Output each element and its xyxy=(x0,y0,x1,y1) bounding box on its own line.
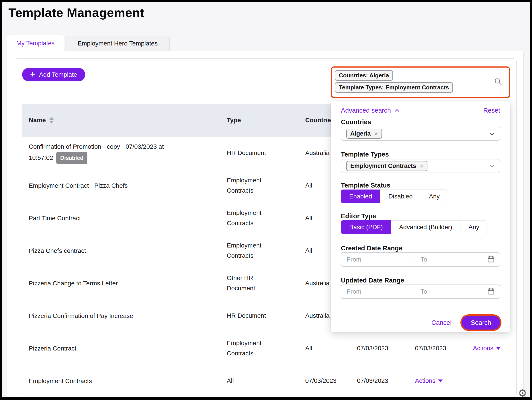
column-header-name[interactable]: Name xyxy=(29,117,227,124)
status-option-any[interactable]: Any xyxy=(421,190,448,203)
template-name: Pizza Chefs contract xyxy=(29,246,183,256)
status-badge: Disabled xyxy=(56,152,87,164)
template-type: HR Document xyxy=(227,148,283,158)
updated-date-range-label: Updated Date Range xyxy=(341,276,500,284)
created-to-field[interactable] xyxy=(420,256,467,263)
template-countries: All xyxy=(305,345,357,352)
countries-label: Countries xyxy=(341,118,500,126)
template-types-label: Template Types xyxy=(341,151,500,158)
template-type: HR Document xyxy=(227,311,283,321)
tab-my-templates-label: My Templates xyxy=(16,40,55,47)
template-types-select[interactable]: Employment Contracts × xyxy=(341,159,500,173)
remove-country-icon[interactable]: × xyxy=(374,131,378,137)
search-icon[interactable] xyxy=(494,78,503,87)
status-option-disabled[interactable]: Disabled xyxy=(380,190,421,203)
created-date-range-label: Created Date Range xyxy=(341,244,500,252)
filter-chip-countries: Countries: Algeria xyxy=(335,70,393,81)
updated-from-field[interactable] xyxy=(347,288,413,295)
template-type: Employment Contracts xyxy=(227,240,283,261)
template-name: Pizzeria Change to Terms Letter xyxy=(29,278,183,288)
tab-my-templates[interactable]: My Templates xyxy=(7,35,64,51)
template-name: Pizzeria Confirmation of Pay Increase xyxy=(29,311,183,321)
column-header-type: Type xyxy=(227,117,305,124)
plus-icon: + xyxy=(30,70,35,78)
calendar-icon[interactable] xyxy=(487,287,495,296)
editor-option-any[interactable]: Any xyxy=(460,220,488,234)
created-date-range-input[interactable]: - xyxy=(341,252,500,267)
tab-employment-hero-templates[interactable]: Employment Hero Templates xyxy=(66,36,170,51)
template-type: Employment Contracts xyxy=(227,208,283,228)
chevron-up-icon xyxy=(395,109,399,114)
tab-employment-hero-templates-label: Employment Hero Templates xyxy=(78,40,158,47)
panel-divider xyxy=(341,306,500,306)
editor-type-toggle: Basic (PDF) Advanced (Builder) Any xyxy=(341,220,500,234)
chevron-down-icon xyxy=(496,347,500,350)
tab-bar: My Templates Employment Hero Templates xyxy=(7,35,170,51)
template-name: Confirmation of Promotion - copy - 07/03… xyxy=(29,142,183,164)
selected-country-chip[interactable]: Algeria × xyxy=(346,129,382,139)
sort-up-icon xyxy=(49,117,54,120)
date-range-separator: - xyxy=(413,256,415,263)
template-name: Employment Contracts xyxy=(29,376,183,386)
template-type: Employment Contracts xyxy=(227,175,283,196)
remove-template-type-icon[interactable]: × xyxy=(420,163,424,169)
template-type: Other HR Document xyxy=(227,273,283,293)
advanced-search-panel: Advanced search Reset Countries Algeria … xyxy=(331,101,510,332)
table-row: Employment Contracts All 07/03/2023 07/0… xyxy=(22,365,509,397)
actions-button[interactable]: Actions xyxy=(473,345,500,352)
updated-to-field[interactable] xyxy=(420,288,467,295)
table-row: Pizzeria Contract Employment Contracts A… xyxy=(22,332,509,365)
template-type: Employment Contracts xyxy=(227,338,283,359)
template-name: Part Time Contract xyxy=(29,213,183,223)
chevron-down-icon xyxy=(438,380,443,382)
date-range-separator: - xyxy=(413,288,415,295)
gear-icon[interactable]: ⚙ xyxy=(518,387,527,397)
add-template-button[interactable]: + Add Template xyxy=(22,68,85,81)
editor-option-advanced-builder[interactable]: Advanced (Builder) xyxy=(391,220,460,234)
page-title: Template Management xyxy=(8,5,144,20)
actions-button[interactable]: Actions xyxy=(415,377,443,384)
countries-select[interactable]: Algeria × xyxy=(341,127,500,141)
updated-date: 07/03/2023 xyxy=(357,377,415,384)
editor-type-label: Editor Type xyxy=(341,212,500,220)
template-name: Pizzeria Contract xyxy=(29,343,183,353)
status-option-enabled[interactable]: Enabled xyxy=(341,190,380,203)
chevron-down-icon xyxy=(490,163,494,167)
search-filter-box[interactable]: Countries: Algeria Template Types: Emplo… xyxy=(331,66,510,98)
sort-down-icon xyxy=(49,121,54,124)
filter-chip-template-types: Template Types: Employment Contracts xyxy=(335,82,453,93)
template-type: All xyxy=(227,376,283,386)
chevron-down-icon xyxy=(490,131,494,135)
created-date: 07/03/2023 xyxy=(305,377,357,384)
page: Template Management My Templates Employm… xyxy=(2,2,530,397)
advanced-search-toggle[interactable]: Advanced search xyxy=(341,107,399,114)
sort-icon[interactable] xyxy=(49,117,54,124)
reset-button[interactable]: Reset xyxy=(483,107,500,114)
updated-date-range-input[interactable]: - xyxy=(341,285,500,299)
selected-template-type-chip[interactable]: Employment Contracts × xyxy=(346,161,427,171)
created-date: 07/03/2023 xyxy=(357,345,415,352)
template-name: Employment Contract - Pizza Chefs xyxy=(29,181,183,191)
template-status-toggle: Enabled Disabled Any xyxy=(341,190,500,203)
template-status-label: Template Status xyxy=(341,182,500,189)
editor-option-basic-pdf[interactable]: Basic (PDF) xyxy=(341,220,391,234)
created-from-field[interactable] xyxy=(347,256,413,263)
calendar-icon[interactable] xyxy=(487,255,495,264)
add-template-label: Add Template xyxy=(39,71,77,78)
cancel-button[interactable]: Cancel xyxy=(431,319,451,326)
updated-date: 07/03/2023 xyxy=(415,345,473,352)
search-button[interactable]: Search xyxy=(462,316,500,330)
